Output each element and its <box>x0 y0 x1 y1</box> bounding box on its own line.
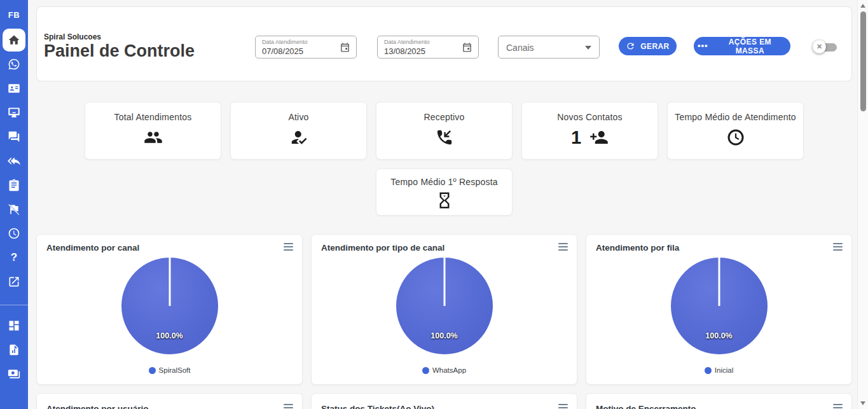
chart-title: Motivo de Encerramento <box>596 404 696 409</box>
date-to-field[interactable]: Data Atendimento 13/08/2025 <box>377 36 479 59</box>
sidebar-item-external[interactable] <box>3 270 25 293</box>
contact-card-icon <box>8 82 20 95</box>
chart-legend-item[interactable]: Inicial <box>586 366 851 374</box>
sidebar-item-schedules[interactable] <box>3 222 25 245</box>
header-card: Spiral Solucoes Painel de Controle Data … <box>36 6 852 81</box>
sidebar-item-home[interactable] <box>3 29 25 52</box>
forum-icon <box>8 130 20 143</box>
clipboard-icon <box>8 179 20 191</box>
sidebar-item-reports[interactable] <box>3 338 25 361</box>
stat-label: Ativo <box>231 112 366 122</box>
chart-title: Status dos Tickets(Ao Vivo) <box>321 404 434 409</box>
stat-card-tempo-medio-resposta: Tempo Médio 1º Resposta <box>376 169 513 216</box>
pie-chart: 100.0% <box>121 258 218 354</box>
date-to-value[interactable]: 13/08/2025 <box>384 46 425 56</box>
legend-marker <box>422 367 429 374</box>
chart-card-atendimento-por-tipo-de-canal: Atendimento por tipo de canal 100.0% Wha… <box>311 234 577 385</box>
sidebar-item-whatsapp[interactable] <box>3 53 25 76</box>
stat-card-novos-contatos: Novos Contatos 1 <box>521 102 658 160</box>
person-add-icon <box>589 128 609 147</box>
bulk-actions-button-label: AÇÕES EM MASSA <box>713 38 787 55</box>
chart-title: Atendimento por tipo de canal <box>321 243 444 253</box>
stat-label: Novos Contatos <box>522 112 658 122</box>
date-from-value[interactable]: 07/08/2025 <box>262 46 303 56</box>
person-check-icon <box>289 128 308 147</box>
chart-menu-icon[interactable] <box>833 404 843 409</box>
chart-menu-icon[interactable] <box>558 404 568 409</box>
sidebar-item-campaigns[interactable] <box>3 198 25 221</box>
header-toggle-switch[interactable]: ✕ <box>813 40 838 54</box>
calendar-icon[interactable] <box>462 42 472 53</box>
chart-title: Atendimento por canal <box>46 243 139 253</box>
vertical-scrollbar[interactable] <box>857 0 868 409</box>
help-icon: ? <box>11 251 17 264</box>
scroll-up-arrow-icon[interactable] <box>860 4 865 8</box>
people-icon <box>144 128 163 147</box>
pie-slice-border <box>169 258 170 306</box>
bulk-actions-button[interactable]: ••• AÇÕES EM MASSA <box>694 37 790 55</box>
chart-card-atendimento-por-canal: Atendimento por canal 100.0% SpiralSoft <box>36 234 303 385</box>
sidebar: FB ? <box>0 0 28 409</box>
sidebar-item-live-panel[interactable] <box>3 101 25 124</box>
stat-card-ativo: Ativo <box>230 102 367 160</box>
calendar-icon[interactable] <box>340 42 350 53</box>
page-title: Painel de Controle <box>44 41 195 61</box>
channels-select[interactable]: Canais <box>498 36 600 59</box>
payments-icon <box>8 368 20 380</box>
clock-icon <box>8 227 20 240</box>
chart-card-atendimento-por-fila: Atendimento por fila 100.0% Inicial <box>586 234 852 385</box>
toggle-x-icon: ✕ <box>816 43 822 51</box>
date-from-field[interactable]: Data Atendimento 07/08/2025 <box>255 36 357 59</box>
chart-menu-icon[interactable] <box>558 243 568 251</box>
chart-menu-icon[interactable] <box>833 243 843 251</box>
chart-card-atendimento-por-usuario: Atendimento por usuário <box>36 393 303 409</box>
pie-slice-border <box>718 258 720 306</box>
sidebar-item-quick-replies[interactable] <box>3 149 25 172</box>
channels-select-value: Canais <box>506 43 534 53</box>
dashboard-icon <box>8 319 20 332</box>
charts-row: Atendimento por canal 100.0% SpiralSoft … <box>36 234 852 385</box>
chart-legend-item[interactable]: WhatsApp <box>312 366 577 374</box>
date-to-label: Data Atendimento <box>384 39 430 45</box>
report-file-icon <box>8 343 20 356</box>
chart-menu-icon[interactable] <box>284 243 293 251</box>
pie-value-label: 100.0% <box>705 331 732 340</box>
legend-marker <box>149 367 156 374</box>
stat-label: Total Atendimentos <box>85 112 221 122</box>
sidebar-divider <box>0 305 28 305</box>
external-link-icon <box>8 275 20 288</box>
sidebar-item-chats[interactable] <box>3 125 25 148</box>
legend-marker <box>705 367 712 374</box>
sidebar-item-help[interactable]: ? <box>3 246 25 269</box>
stat-card-total-atendimentos: Total Atendimentos <box>85 102 221 160</box>
whatsapp-icon <box>8 58 20 71</box>
clock-icon <box>726 128 745 147</box>
stat-card-receptivo: Receptivo <box>376 102 513 160</box>
app-logo: FB <box>8 10 20 20</box>
stat-value: 1 <box>571 128 581 147</box>
monitor-chat-icon <box>8 106 20 119</box>
toggle-knob: ✕ <box>813 40 826 53</box>
sidebar-item-dashboard[interactable] <box>3 314 25 337</box>
more-horizontal-icon: ••• <box>698 41 708 50</box>
stat-label: Receptivo <box>376 112 512 122</box>
legend-label: SpiralSoft <box>159 366 191 374</box>
scrollbar-thumb[interactable] <box>860 11 866 111</box>
scroll-down-arrow-icon[interactable] <box>860 401 865 405</box>
hourglass-icon <box>435 191 454 210</box>
sidebar-item-payments[interactable] <box>3 363 25 385</box>
pie-chart: 100.0% <box>396 258 493 354</box>
sidebar-item-tasks[interactable] <box>3 174 25 197</box>
generate-button[interactable]: GERAR <box>619 37 677 55</box>
sidebar-item-contacts[interactable] <box>3 77 25 100</box>
reply-all-icon <box>8 155 20 167</box>
home-icon <box>8 34 20 46</box>
pie-value-label: 100.0% <box>156 331 183 340</box>
flag-off-icon <box>8 203 20 216</box>
chart-legend-item[interactable]: SpiralSoft <box>37 366 302 374</box>
chevron-down-icon <box>585 46 591 50</box>
pie-value-label: 100.0% <box>431 331 457 340</box>
refresh-icon <box>626 41 635 51</box>
chart-menu-icon[interactable] <box>284 404 293 409</box>
phone-incoming-icon <box>435 128 454 147</box>
